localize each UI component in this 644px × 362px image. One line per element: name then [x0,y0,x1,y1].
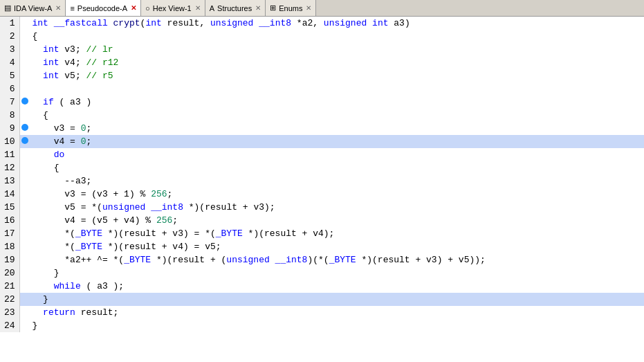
line-number: 3 [0,43,19,56]
breakpoint-col[interactable] [19,306,30,319]
breakpoint-dot [21,98,28,105]
breakpoint-col[interactable] [19,109,30,122]
tab-pseudocode-a[interactable]: ≡ Pseudocode-A ✕ [66,0,141,17]
tab-close-pseudocode-a[interactable]: ✕ [131,4,136,12]
line-number: 4 [0,56,19,69]
breakpoint-col[interactable] [19,122,30,135]
tab-bar: ▤ IDA View-A ✕ ≡ Pseudocode-A ✕ ○ Hex Vi… [0,0,644,17]
line-number: 19 [0,253,19,266]
breakpoint-col[interactable] [19,30,30,43]
line-number: 17 [0,227,19,240]
breakpoint-col[interactable] [19,43,30,56]
table-row: 22 } [0,293,644,306]
tab-icon-structures: A [210,4,214,12]
breakpoint-col[interactable] [19,280,30,293]
tab-enums[interactable]: ⊞ Enums ✕ [266,0,316,17]
code-line: { [30,109,644,122]
code-line: int v3; // lr [30,43,644,56]
tab-structures[interactable]: A Structures ✕ [205,0,266,17]
table-row: 7 if ( a3 ) [0,96,644,109]
table-row: 17 *(_BYTE *)(result + v3) = *(_BYTE *)(… [0,227,644,240]
code-line: int __fastcall crypt(int result, unsigne… [30,17,644,30]
table-row: 9 v3 = 0; [0,122,644,135]
line-number: 21 [0,280,19,293]
table-row: 11 do [0,148,644,161]
tab-close-hex-view-1[interactable]: ✕ [195,4,201,12]
table-row: 12 { [0,161,644,174]
breakpoint-dot [21,137,28,144]
code-table: 1int __fastcall crypt(int result, unsign… [0,17,644,332]
line-number: 15 [0,201,19,214]
code-line: v3 = (v3 + 1) % 256; [30,188,644,201]
breakpoint-col[interactable] [19,56,30,69]
line-number: 11 [0,148,19,161]
breakpoint-col[interactable] [19,240,30,253]
breakpoint-dot [21,124,28,131]
code-line: int v4; // r12 [30,56,644,69]
breakpoint-col[interactable] [19,135,30,148]
table-row: 23 return result; [0,306,644,319]
breakpoint-col[interactable] [19,253,30,266]
table-row: 15 v5 = *(unsigned __int8 *)(result + v3… [0,201,644,214]
tab-ida-view-a[interactable]: ▤ IDA View-A ✕ [0,0,66,17]
line-number: 24 [0,319,19,332]
table-row: 2{ [0,30,644,43]
breakpoint-col[interactable] [19,69,30,82]
code-line: v4 = (v5 + v4) % 256; [30,214,644,227]
breakpoint-col[interactable] [19,161,30,174]
table-row: 4 int v4; // r12 [0,56,644,69]
table-row: 3 int v3; // lr [0,43,644,56]
line-number: 23 [0,306,19,319]
code-line: *(_BYTE *)(result + v3) = *(_BYTE *)(res… [30,227,644,240]
tab-hex-view-1[interactable]: ○ Hex View-1 ✕ [141,0,205,17]
table-row: 20 } [0,266,644,280]
table-row: 13 --a3; [0,174,644,188]
code-line: } [30,293,644,306]
breakpoint-col[interactable] [19,17,30,30]
breakpoint-col[interactable] [19,293,30,306]
table-row: 14 v3 = (v3 + 1) % 256; [0,188,644,201]
tab-close-structures[interactable]: ✕ [255,4,261,12]
tab-label-enums: Enums [279,4,302,12]
table-row: 19 *a2++ ^= *(_BYTE *)(result + (unsigne… [0,253,644,266]
line-number: 2 [0,30,19,43]
table-row: 16 v4 = (v5 + v4) % 256; [0,214,644,227]
breakpoint-col[interactable] [19,319,30,332]
line-number: 14 [0,188,19,201]
tab-label-ida-view-a: IDA View-A [14,4,52,12]
code-line: *(_BYTE *)(result + v4) = v5; [30,240,644,253]
tab-icon-hex-view-1: ○ [145,4,150,12]
table-row: 5 int v5; // r5 [0,69,644,82]
table-row: 1int __fastcall crypt(int result, unsign… [0,17,644,30]
breakpoint-col[interactable] [19,227,30,240]
line-number: 6 [0,82,19,96]
line-number: 10 [0,135,19,148]
line-number: 12 [0,161,19,174]
breakpoint-col[interactable] [19,266,30,280]
breakpoint-col[interactable] [19,174,30,188]
line-number: 13 [0,174,19,188]
breakpoint-col[interactable] [19,148,30,161]
breakpoint-col[interactable] [19,96,30,109]
tab-label-hex-view-1: Hex View-1 [153,4,192,12]
code-line: } [30,319,644,332]
tab-close-enums[interactable]: ✕ [306,4,311,12]
breakpoint-col[interactable] [19,82,30,96]
tab-close-ida-view-a[interactable]: ✕ [55,4,61,12]
line-number: 18 [0,240,19,253]
breakpoint-col[interactable] [19,201,30,214]
line-number: 16 [0,214,19,227]
tab-label-structures: Structures [217,4,252,12]
tab-icon-enums: ⊞ [270,3,276,12]
code-line: *a2++ ^= *(_BYTE *)(result + (unsigned _… [30,253,644,266]
line-number: 7 [0,96,19,109]
table-row: 8 { [0,109,644,122]
line-number: 1 [0,17,19,30]
line-number: 20 [0,266,19,280]
breakpoint-col[interactable] [19,188,30,201]
line-number: 8 [0,109,19,122]
code-line: int v5; // r5 [30,69,644,82]
breakpoint-col[interactable] [19,214,30,227]
code-line: v5 = *(unsigned __int8 *)(result + v3); [30,201,644,214]
code-line: { [30,161,644,174]
